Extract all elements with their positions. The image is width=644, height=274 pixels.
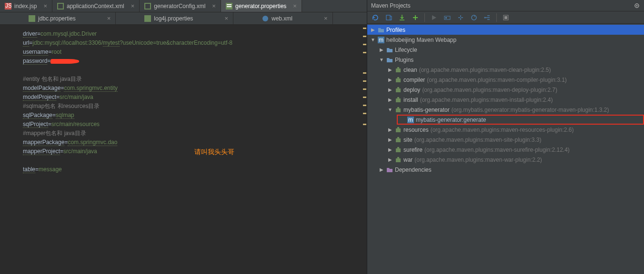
- svg-point-13: [636, 5, 638, 6]
- close-icon[interactable]: ×: [212, 2, 216, 10]
- plugin-node[interactable]: ▶surefire (org.apache.maven.plugins:mave…: [367, 145, 644, 155]
- generate-sources-icon[interactable]: [384, 13, 393, 22]
- close-icon[interactable]: ×: [107, 15, 111, 22]
- tab-label: log4j.properties: [154, 15, 193, 22]
- plugin-icon: [395, 147, 402, 153]
- arrow-down-icon: ▼: [370, 37, 376, 42]
- plugin-node[interactable]: ▶war (org.apache.maven.plugins:maven-war…: [367, 155, 644, 165]
- arrow-down-icon: ▼: [379, 57, 384, 62]
- plugin-detail: (org.apache.maven.plugins:maven-clean-pl…: [419, 67, 551, 73]
- toggle-offline-icon[interactable]: [456, 13, 465, 22]
- tab-index-jsp[interactable]: JSPindex.jsp×: [0, 0, 52, 12]
- plugin-detail: (org.apache.maven.plugins:maven-resource…: [431, 127, 574, 133]
- tab-label: generator.properties: [235, 3, 286, 10]
- svg-point-18: [484, 17, 486, 18]
- plugin-node[interactable]: ▶clean (org.apache.maven.plugins:maven-c…: [367, 65, 644, 75]
- add-icon[interactable]: [411, 13, 420, 22]
- gear-icon[interactable]: [634, 2, 640, 9]
- folder-icon: [386, 167, 393, 173]
- xml-icon: [144, 3, 151, 10]
- plugin-icon: [395, 67, 402, 73]
- collapse-icon[interactable]: [502, 13, 510, 22]
- close-icon[interactable]: ×: [293, 2, 297, 10]
- lifecycle-node[interactable]: ▶ Lifecycle: [367, 45, 644, 55]
- svg-text:JSP: JSP: [5, 3, 11, 9]
- code-editor[interactable]: driver=com.mysql.jdbc.Driver url=jdbc:my…: [0, 25, 367, 274]
- svg-rect-20: [504, 16, 507, 19]
- maven-tree[interactable]: ▶ Profiles ▼ m hellobeijing Maven Webapp…: [367, 24, 644, 274]
- editor-right-gutter: [363, 28, 367, 132]
- close-icon[interactable]: ×: [43, 2, 47, 10]
- arrow-right-icon: ▶: [387, 127, 393, 132]
- plugin-name: deploy: [403, 87, 420, 93]
- run-icon[interactable]: [430, 13, 438, 22]
- tab-applicationcontext[interactable]: applicationContext.xml×: [52, 0, 140, 12]
- tab-generatorconfig[interactable]: generatorConfig.xml×: [140, 0, 221, 12]
- plugin-name: war: [403, 157, 413, 163]
- svg-rect-16: [445, 17, 447, 19]
- plugin-icon: [395, 107, 402, 113]
- tab-log4j-properties[interactable]: log4j.properties×: [116, 12, 233, 24]
- plugin-node[interactable]: ▼mybatis-generator (org.mybatis.generato…: [367, 105, 644, 115]
- svg-rect-28: [397, 87, 399, 88]
- arrow-right-icon: ▶: [379, 167, 384, 172]
- plugin-icon: [395, 87, 402, 93]
- svg-rect-14: [386, 15, 390, 20]
- tab-row-1: JSPindex.jsp× applicationContext.xml× ge…: [0, 0, 367, 12]
- properties-icon: [29, 15, 35, 22]
- plugin-icon: [395, 157, 402, 163]
- arrow-right-icon: ▶: [387, 67, 393, 72]
- project-root-node[interactable]: ▼ m hellobeijing Maven Webapp: [367, 35, 644, 45]
- watermark: 请叫我头头哥: [194, 147, 234, 157]
- plugin-node[interactable]: ▶compiler (org.apache.maven.plugins:mave…: [367, 75, 644, 85]
- folder-icon: [386, 47, 393, 53]
- plugin-node[interactable]: ▶deploy (org.apache.maven.plugins:maven-…: [367, 85, 644, 95]
- svg-rect-23: [396, 68, 401, 72]
- tab-label: jdbc.properties: [38, 15, 76, 22]
- plugin-node[interactable]: ▶site (org.apache.maven.plugins:maven-si…: [367, 135, 644, 145]
- refresh-icon[interactable]: [371, 13, 380, 22]
- arrow-right-icon: ▶: [387, 77, 393, 82]
- svg-rect-40: [397, 147, 399, 148]
- arrow-right-icon: ▶: [387, 137, 393, 142]
- svg-rect-8: [227, 6, 231, 7]
- folder-icon: [378, 27, 384, 33]
- tab-label: web.xml: [272, 15, 292, 22]
- plugin-detail: (org.apache.maven.plugins:maven-install-…: [420, 97, 553, 103]
- arrow-right-icon: ▶: [379, 47, 384, 52]
- xml-icon: [262, 15, 269, 22]
- close-icon[interactable]: ×: [324, 15, 328, 22]
- svg-rect-7: [227, 4, 231, 5]
- tab-web-xml[interactable]: web.xml×: [233, 12, 333, 24]
- properties-icon: [144, 15, 151, 22]
- plugin-goal-highlighted[interactable]: mmybatis-generator:generate: [397, 115, 644, 125]
- tab-jdbc-properties[interactable]: jdbc.properties×: [0, 12, 116, 24]
- plugin-detail: (org.apache.maven.plugins:maven-war-plug…: [414, 157, 542, 163]
- plugin-icon: [395, 77, 402, 83]
- svg-rect-32: [397, 107, 399, 108]
- download-icon[interactable]: [398, 13, 406, 22]
- svg-rect-15: [444, 16, 450, 20]
- svg-rect-37: [396, 138, 401, 142]
- plugin-icon: [395, 127, 402, 133]
- maven-panel: Maven Projects ▶ Profiles ▼ m hellobeiji…: [367, 0, 644, 274]
- plugin-name: resources: [403, 127, 429, 133]
- svg-rect-9: [29, 15, 35, 22]
- dependencies-node[interactable]: ▶ Dependencies: [367, 165, 644, 175]
- close-icon[interactable]: ×: [131, 2, 135, 10]
- plugin-node[interactable]: ▶resources (org.apache.maven.plugins:mav…: [367, 125, 644, 135]
- plugins-node[interactable]: ▼ Plugins: [367, 55, 644, 65]
- svg-text:m: m: [379, 37, 383, 43]
- svg-rect-26: [397, 77, 399, 78]
- node-label: Dependencies: [395, 166, 432, 173]
- panel-title: Maven Projects: [371, 2, 411, 9]
- arrow-right-icon: ▶: [387, 157, 393, 162]
- profiles-node[interactable]: ▶ Profiles: [367, 25, 644, 35]
- close-icon[interactable]: ×: [224, 15, 228, 22]
- tab-generator-properties[interactable]: generator.properties×: [221, 0, 302, 12]
- execute-icon[interactable]: [443, 13, 452, 22]
- plugin-node[interactable]: ▶install (org.apache.maven.plugins:maven…: [367, 95, 644, 105]
- show-deps-icon[interactable]: [483, 13, 492, 22]
- reimport-icon[interactable]: [470, 13, 478, 22]
- arrow-right-icon: ▶: [387, 97, 393, 102]
